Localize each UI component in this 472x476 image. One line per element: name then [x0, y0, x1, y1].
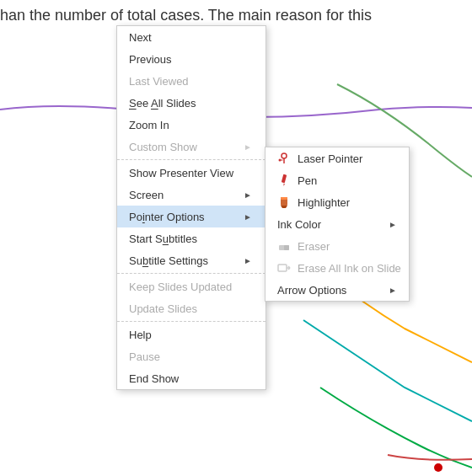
menu-item-screen[interactable]: Screen ► [117, 184, 266, 206]
menu-item-see-all-slides[interactable]: See All Slides [117, 92, 266, 114]
menu-item-zoom-in[interactable]: Zoom In [117, 114, 266, 136]
menu-item-last-viewed: Last Viewed [117, 70, 266, 92]
submenu-item-highlighter[interactable]: Highlighter [266, 191, 409, 213]
menu-separator-2 [117, 273, 266, 274]
menu-item-subtitle-settings[interactable]: Subtitle Settings ► [117, 249, 266, 271]
chevron-right-icon: ► [244, 142, 252, 152]
menu-item-show-presenter-view[interactable]: Show Presenter View [117, 162, 266, 184]
submenu-item-pen[interactable]: Pen [266, 169, 409, 191]
menu-item-keep-slides-updated: Keep Slides Updated [117, 275, 266, 297]
menu-item-pointer-options[interactable]: Pointer Options ► [117, 206, 266, 227]
pointer-options-submenu: Laser Pointer Pen Highlighter [265, 147, 410, 302]
menu-item-custom-show: Custom Show ► [117, 136, 266, 158]
laser-pointer-icon [277, 152, 291, 165]
menu-separator [117, 159, 266, 160]
chevron-right-icon: ► [244, 190, 252, 200]
svg-rect-11 [284, 245, 289, 250]
chevron-right-icon: ► [389, 286, 397, 295]
pen-icon [277, 174, 291, 187]
chevron-right-icon: ► [244, 256, 252, 265]
highlighter-icon [277, 195, 291, 209]
menu-item-end-show[interactable]: End Show [117, 367, 266, 389]
svg-point-1 [282, 153, 287, 158]
menu-separator-3 [117, 321, 266, 322]
submenu-item-arrow-options[interactable]: Arrow Options ► [266, 279, 409, 301]
eraser-icon [277, 239, 291, 253]
submenu-item-eraser: Eraser [266, 235, 409, 257]
menu-item-next[interactable]: Next [117, 26, 266, 48]
svg-rect-12 [278, 265, 287, 271]
menu-item-update-slides: Update Slides [117, 297, 266, 319]
svg-rect-5 [282, 174, 287, 184]
chevron-right-icon: ► [389, 220, 397, 229]
svg-marker-6 [283, 184, 286, 186]
menu-item-previous[interactable]: Previous [117, 48, 266, 70]
submenu-item-laser-pointer[interactable]: Laser Pointer [266, 147, 409, 169]
menu-item-pause: Pause [117, 345, 266, 367]
submenu-item-erase-all-ink: Erase All Ink on Slide [266, 257, 409, 279]
svg-point-4 [279, 159, 282, 162]
menu-item-start-subtitles[interactable]: Start Subtitles [117, 227, 266, 249]
submenu-item-ink-color[interactable]: Ink Color ► [266, 213, 409, 235]
svg-point-0 [434, 463, 442, 472]
erase-all-icon [277, 261, 291, 275]
menu-item-help[interactable]: Help [117, 324, 266, 345]
svg-marker-8 [281, 206, 287, 208]
svg-rect-9 [281, 197, 287, 200]
context-menu: Next Previous Last Viewed See All Slides… [116, 25, 266, 390]
chevron-right-icon: ► [244, 212, 252, 222]
